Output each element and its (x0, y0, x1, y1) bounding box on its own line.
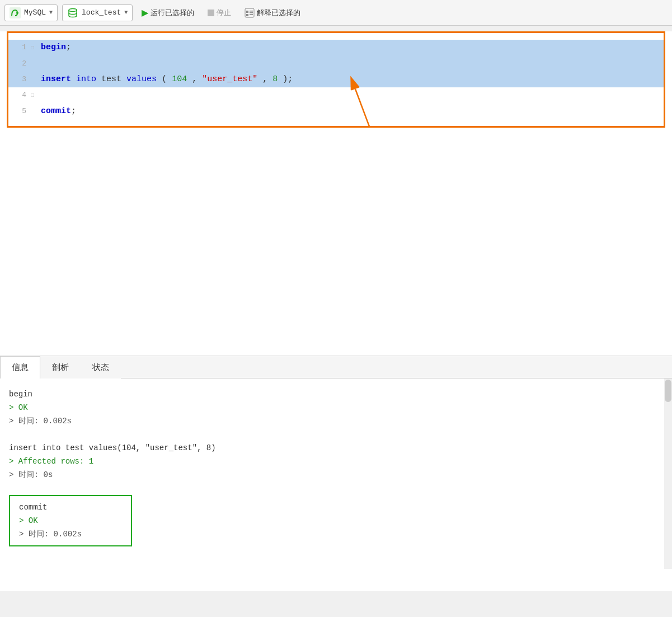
output-area: begin > OK > 时间: 0.002s insert into test… (0, 378, 672, 569)
bottom-panel: 信息 剖析 状态 begin > OK > 时间: 0.002s insert … (0, 356, 672, 591)
output-block-begin: begin > OK > 时间: 0.002s (9, 387, 663, 428)
line-num-1: 1 (8, 40, 31, 55)
code-line-1: 1 □ begin; (8, 40, 664, 56)
output-time-commit: > 时间: 0.002s (19, 527, 122, 541)
editor-area[interactable]: 1 □ begin; 2 3 insert into (0, 31, 672, 356)
line-content-5: commit; (39, 104, 664, 119)
database-label: lock_test (82, 8, 121, 17)
svg-rect-8 (250, 14, 253, 15)
output-cmd-begin: begin (9, 387, 663, 401)
gutter-4: □ (31, 88, 39, 104)
line-content-2 (39, 56, 664, 72)
code-box: 1 □ begin; 2 3 insert into (7, 31, 665, 128)
line-num-3: 3 (8, 72, 31, 87)
output-block-commit: commit > OK > 时间: 0.002s (9, 495, 663, 546)
scrollbar-thumb[interactable] (665, 380, 671, 402)
output-time-insert: > 时间: 0s (9, 468, 663, 482)
line-content-1: begin; (39, 40, 664, 55)
mysql-dropdown-arrow: ▼ (49, 10, 53, 16)
output-time-begin: > 时间: 0.002s (9, 414, 663, 428)
explain-label: 解释已选择的 (257, 8, 300, 18)
mysql-selector[interactable]: MySQL ▼ (4, 4, 58, 21)
stop-icon (208, 10, 214, 16)
stop-button[interactable]: 停止 (203, 6, 236, 20)
line-content-3: insert into test values ( 104 , "user_te… (39, 72, 664, 87)
scrollbar[interactable] (664, 378, 672, 569)
explain-button[interactable]: 解释已选择的 (240, 6, 305, 20)
output-ok-begin: > OK (9, 401, 663, 414)
output-ok-commit: > OK (19, 514, 122, 527)
code-line-4: 4 □ (8, 87, 664, 104)
svg-rect-0 (10, 7, 21, 18)
svg-rect-6 (250, 11, 253, 12)
run-label: 运行已选择的 (151, 8, 194, 18)
code-line-2: 2 (8, 56, 664, 72)
run-button[interactable]: ▶ 运行已选择的 (137, 5, 199, 20)
database-icon (67, 7, 78, 18)
tab-profile[interactable]: 剖析 (40, 356, 81, 378)
svg-point-2 (69, 8, 77, 11)
tab-info[interactable]: 信息 (0, 356, 40, 378)
keyword-begin: begin (41, 43, 66, 52)
output-cmd-commit: commit (19, 501, 122, 514)
code-line-3: 3 insert into test values ( 104 , "user_… (8, 72, 664, 87)
svg-point-1 (16, 12, 18, 14)
svg-rect-4 (246, 11, 248, 13)
explain-icon (245, 8, 255, 18)
code-editor[interactable]: 1 □ begin; 2 3 insert into (8, 35, 664, 124)
mysql-icon (10, 7, 21, 18)
stop-label: 停止 (217, 8, 231, 18)
svg-rect-5 (246, 14, 248, 16)
code-line-5: 5 commit; (8, 104, 664, 119)
database-dropdown-arrow: ▼ (124, 10, 128, 16)
play-icon: ▶ (142, 7, 148, 18)
commit-result-box: commit > OK > 时间: 0.002s (9, 495, 132, 546)
line-num-5: 5 (8, 104, 31, 119)
database-selector[interactable]: lock_test ▼ (62, 4, 133, 21)
line-content-4 (39, 87, 664, 103)
line-num-2: 2 (8, 56, 31, 72)
tab-status[interactable]: 状态 (81, 356, 121, 378)
output-block-insert: insert into test values(104, "user_test"… (9, 441, 663, 482)
mysql-label: MySQL (24, 8, 46, 17)
tabs-bar: 信息 剖析 状态 (0, 356, 672, 378)
output-affected-insert: > Affected rows: 1 (9, 455, 663, 468)
gutter-1: □ (31, 40, 39, 56)
toolbar: MySQL ▼ lock_test ▼ ▶ 运行已选择的 停止 解释已选择的 (0, 0, 672, 26)
svg-rect-7 (250, 12, 253, 13)
output-cmd-insert: insert into test values(104, "user_test"… (9, 441, 663, 455)
line-num-4: 4 (8, 87, 31, 103)
